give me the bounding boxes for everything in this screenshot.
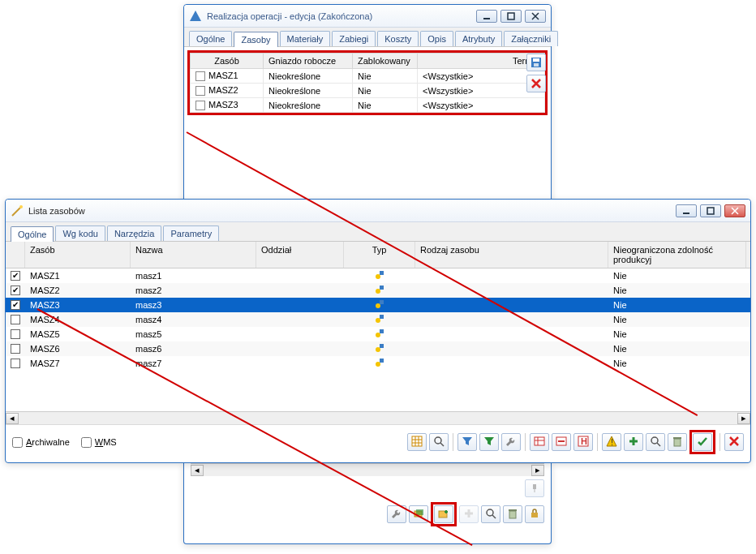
tab-koszty[interactable]: Koszty — [377, 31, 419, 46]
list-row[interactable]: MASZ3masz3Nie — [6, 298, 750, 312]
pin-icon — [530, 483, 539, 493]
svg-rect-7 — [683, 213, 689, 214]
list-row[interactable]: MASZ5masz5Nie — [6, 327, 750, 341]
lock-button[interactable] — [525, 505, 544, 523]
magnifier-icon — [433, 436, 445, 449]
resource-row[interactable]: MASZ1NieokreśloneNie<Wszystkie> — [191, 69, 545, 84]
row-checkbox[interactable] — [11, 329, 20, 339]
funnel-blue-button[interactable] — [457, 433, 477, 451]
row-checkbox[interactable] — [195, 101, 205, 110]
magnifier-icon — [485, 508, 496, 521]
red-x-icon — [530, 78, 542, 89]
maximize-button[interactable] — [500, 10, 522, 23]
row-checkbox[interactable] — [11, 359, 20, 368]
close-button[interactable] — [525, 10, 546, 23]
list-row[interactable]: MASZ1masz1Nie — [6, 268, 750, 283]
minimize-button[interactable] — [476, 10, 497, 23]
svg-point-6 — [19, 205, 23, 208]
grid-body[interactable]: MASZ1masz1NieMASZ2masz2NieMASZ3masz3NieM… — [6, 268, 750, 411]
trash-button[interactable] — [503, 505, 522, 523]
tab-załączniki[interactable]: Załączniki — [504, 31, 558, 46]
grid-header[interactable]: Zasób Nazwa Oddział Typ Rodzaj zasobu Ni… — [6, 242, 750, 268]
svg-rect-38 — [416, 509, 423, 515]
scroll-left-button[interactable]: ◂ — [191, 465, 204, 476]
col-rodzaj[interactable]: Rodzaj zasobu — [415, 242, 608, 268]
archiwalne-checkbox[interactable]: Archiwalne — [12, 437, 70, 448]
table-red-button[interactable] — [530, 433, 549, 451]
tab-narzędzia[interactable]: Narzędzia — [107, 225, 162, 241]
col-termin[interactable]: Termin — [418, 54, 545, 69]
wrench-button[interactable] — [387, 505, 406, 523]
tab-ogólne[interactable]: Ogólne — [11, 226, 54, 242]
table-minus-button[interactable] — [552, 433, 571, 451]
minimize-button[interactable] — [676, 204, 697, 217]
folder-copy-button[interactable] — [409, 505, 428, 523]
tab-ogólne[interactable]: Ogólne — [189, 31, 232, 46]
funnel-excel-button[interactable] — [479, 433, 499, 451]
trash-button[interactable] — [668, 433, 687, 451]
col-gniazdo[interactable]: Gniazdo robocze — [264, 54, 353, 69]
row-checkbox[interactable] — [11, 271, 20, 281]
scroll-right-button[interactable]: ▸ — [531, 465, 544, 476]
save-button[interactable] — [526, 54, 546, 71]
warning-button[interactable]: ! — [602, 433, 621, 451]
plus-disabled-button[interactable] — [459, 505, 479, 523]
horizontal-scrollbar[interactable]: ◂ ▸ — [191, 463, 544, 476]
col-zablok[interactable]: Zablokowany — [353, 54, 418, 69]
resource-row[interactable]: MASZ3NieokreśloneNie<Wszystkie> — [191, 98, 545, 113]
operation-edit-window-bottom: ◂ ▸ — [183, 463, 552, 544]
pin-button[interactable] — [525, 479, 544, 497]
tab-materiały[interactable]: Materiały — [280, 31, 331, 46]
col-oddzial[interactable]: Oddział — [256, 242, 344, 268]
titlebar[interactable]: Lista zasobów — [6, 200, 750, 222]
close-button[interactable] — [724, 204, 745, 217]
grid-button[interactable] — [407, 433, 427, 451]
titlebar[interactable]: Realizacja operacji - edycja (Zakończona… — [184, 5, 551, 28]
tab-opis[interactable]: Opis — [420, 31, 453, 46]
magnifier-button[interactable] — [646, 433, 665, 451]
delete-button[interactable] — [526, 75, 546, 92]
resource-row[interactable]: MASZ2NieokreśloneNie<Wszystkie> — [191, 84, 545, 98]
list-row[interactable]: MASZ6masz6Nie — [6, 341, 750, 356]
resources-grid[interactable]: Zasób Gniazdo robocze Zablokowany Termin… — [190, 53, 545, 113]
row-checkbox[interactable] — [11, 344, 20, 354]
magnifier-button[interactable] — [429, 433, 449, 451]
plus-button[interactable] — [624, 433, 643, 451]
horizontal-scrollbar[interactable]: ◂ ▸ — [6, 411, 750, 424]
check-button[interactable] — [693, 433, 712, 451]
tab-wg-kodu[interactable]: Wg kodu — [55, 225, 105, 241]
app-logo-icon — [189, 10, 202, 23]
svg-point-40 — [487, 509, 493, 516]
col-typ[interactable]: Typ — [344, 242, 415, 268]
folder-new-button[interactable] — [434, 505, 453, 523]
tab-zabiegi[interactable]: Zabiegi — [332, 31, 376, 46]
col-nazwa[interactable]: Nazwa — [131, 242, 256, 268]
machine-type-icon — [373, 298, 386, 310]
svg-rect-27 — [558, 440, 565, 442]
tab-zasoby[interactable]: Zasoby — [234, 32, 277, 47]
wrench-button[interactable] — [501, 433, 521, 451]
red-x-button[interactable] — [724, 433, 744, 451]
maximize-button[interactable] — [700, 204, 721, 217]
list-row[interactable]: MASZ7masz7Nie — [6, 356, 750, 371]
row-checkbox[interactable] — [195, 71, 205, 81]
svg-rect-2 — [508, 13, 514, 19]
magnifier-button[interactable] — [481, 505, 500, 523]
col-zasob[interactable]: Zasób — [191, 54, 264, 69]
row-checkbox[interactable] — [11, 315, 20, 324]
scroll-right-button[interactable]: ▸ — [737, 413, 750, 424]
wms-checkbox[interactable]: WMS — [81, 437, 117, 448]
row-checkbox[interactable] — [11, 300, 20, 310]
h-button[interactable]: H — [573, 433, 593, 451]
tab-atrybuty[interactable]: Atrybuty — [455, 31, 502, 46]
list-row[interactable]: MASZ4masz4Nie — [6, 312, 750, 327]
col-zasob[interactable]: Zasób — [25, 242, 131, 268]
tab-parametry[interactable]: Parametry — [163, 225, 219, 241]
plus-disabled-icon — [463, 508, 475, 521]
list-row[interactable]: MASZ2masz2Nie — [6, 283, 750, 298]
col-nieorg[interactable]: Nieograniczona zdolność produkcyj — [608, 242, 746, 268]
scroll-left-button[interactable]: ◂ — [6, 413, 19, 424]
row-checkbox[interactable] — [11, 286, 20, 295]
trash-icon — [507, 508, 518, 521]
row-checkbox[interactable] — [195, 86, 205, 96]
